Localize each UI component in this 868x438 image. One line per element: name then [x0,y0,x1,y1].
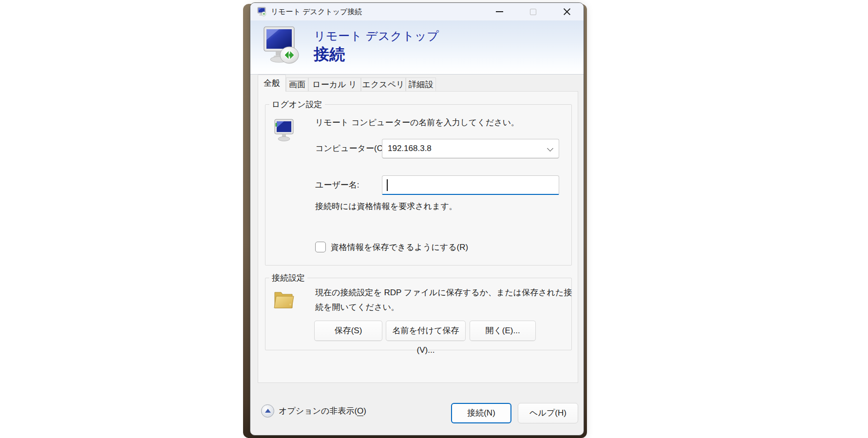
remote-desktop-connection-dialog: リモート デスクトップ接続 [250,2,584,436]
computer-value: 192.168.3.8 [388,144,432,153]
general-tab-page: ログオン設定 リモート コンピューターの名前を入力してください。 コンピューター… [258,91,578,383]
connection-description-line1: 現在の接続設定を RDP ファイルに保存するか、または保存された接 [315,286,572,300]
username-input[interactable] [382,175,559,195]
hide-options-label[interactable]: オプションの非表示(O) [279,404,366,418]
banner: リモート デスクトップ 接続 [250,20,584,75]
close-icon [563,8,571,16]
app-icon [257,7,267,17]
folder-icon [273,288,295,311]
save-credentials-checkbox[interactable] [315,242,326,252]
close-button[interactable] [556,3,578,20]
minimize-icon [496,11,503,12]
tab-local-resources[interactable]: ローカル リソース [308,77,361,91]
connection-settings-group-label: 接続設定 [269,273,307,283]
tab-advanced[interactable]: 詳細設定 [406,77,436,91]
tab-general[interactable]: 全般 [258,75,286,92]
save-as-button[interactable]: 名前を付けて保存(V)... [386,321,466,341]
text-caret [387,179,388,191]
window-title: リモート デスクトップ接続 [271,3,362,20]
screenshot-canvas: リモート デスクトップ接続 [0,0,868,438]
chevron-down-icon[interactable] [547,145,553,152]
username-label: ユーザー名: [315,175,359,195]
save-credentials-label[interactable]: 資格情報を保存できるようにする(R) [331,242,468,252]
save-button[interactable]: 保存(S) [314,321,382,341]
tab-experience[interactable]: エクスペリエンス [361,77,406,91]
open-button[interactable]: 開く(E)... [470,321,536,341]
minimize-button[interactable] [488,3,510,20]
connect-button[interactable]: 接続(N) [451,403,511,423]
credentials-note: 接続時には資格情報を要求されます。 [315,201,457,212]
maximize-icon [530,9,536,15]
tab-display[interactable]: 画面 [286,77,308,91]
computer-label: コンピューター(C): [315,139,388,158]
banner-title-line1: リモート デスクトップ [314,28,439,44]
help-button[interactable]: ヘルプ(H) [518,403,578,423]
maximize-button [522,3,544,20]
hide-options-toggle[interactable] [261,404,274,418]
banner-title-line2: 接続 [314,44,345,65]
collapse-up-arrow-icon [265,409,271,413]
computer-instruction-text: リモート コンピューターの名前を入力してください。 [315,117,519,128]
connection-description-line2: 続を開いてください。 [315,300,399,315]
logon-settings-group-label: ログオン設定 [269,99,325,110]
rdp-monitor-logo-icon [263,26,301,68]
title-bar[interactable]: リモート デスクトップ接続 [250,3,584,20]
computer-combobox[interactable]: 192.168.3.8 [382,139,559,158]
remote-computer-icon [273,118,295,142]
